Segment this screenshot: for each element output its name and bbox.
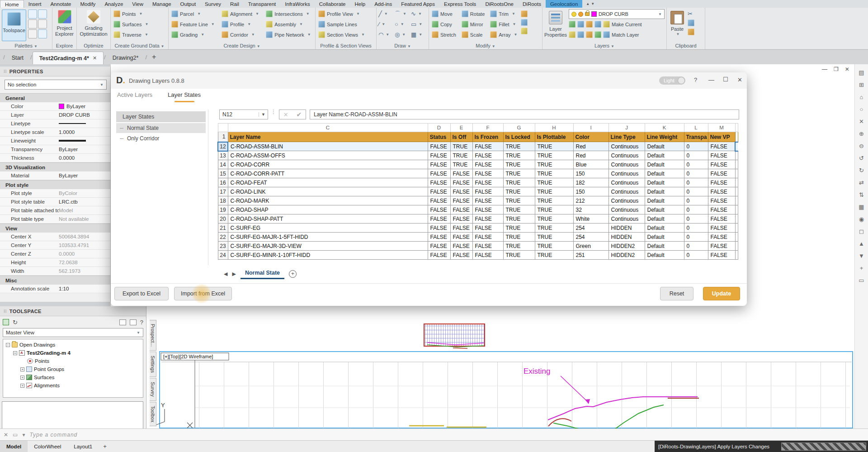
pane-toggle-icon[interactable] bbox=[130, 319, 137, 325]
cell[interactable]: C-ROAD-LINK bbox=[228, 187, 428, 196]
cell[interactable]: C-ROAD-SHAP-PATT bbox=[228, 214, 428, 224]
tree-item-point-groups[interactable]: +Point Groups bbox=[3, 365, 143, 373]
palette-grip[interactable]: ⁞⁞ bbox=[4, 309, 7, 314]
grading-optimization-button[interactable]: Grading Optimization bbox=[77, 8, 110, 39]
menu-tab-geolocation[interactable]: Geolocation bbox=[546, 0, 582, 8]
cell[interactable]: FALSE bbox=[472, 224, 503, 233]
nav-tool-icon[interactable]: ⇅ bbox=[858, 191, 866, 199]
column-header-status[interactable]: Status bbox=[428, 132, 450, 142]
cell[interactable]: TRUE bbox=[503, 160, 535, 169]
section-header-3d-visualization[interactable]: 3D Visualization bbox=[0, 162, 110, 171]
cell[interactable]: TRUE bbox=[503, 214, 535, 224]
cell[interactable]: Default bbox=[645, 214, 684, 224]
file-tab-drawing2[interactable]: Drawing2* bbox=[106, 52, 145, 64]
property-value[interactable]: 1:10 bbox=[59, 286, 110, 291]
sheet-next-icon[interactable]: ▶ bbox=[232, 271, 236, 277]
row-number[interactable]: 15 bbox=[218, 169, 228, 178]
tree-expander-icon[interactable]: + bbox=[20, 384, 24, 388]
cell[interactable]: 0 bbox=[684, 242, 708, 251]
customize-command-icon[interactable]: ▭ bbox=[13, 432, 18, 438]
side-tab-survey[interactable]: Survey bbox=[150, 378, 156, 401]
cell[interactable] bbox=[735, 178, 738, 187]
tool-sample-lines[interactable]: Sample Lines bbox=[316, 19, 376, 29]
cell[interactable]: FALSE bbox=[472, 178, 503, 187]
nav-tool-icon[interactable]: ⊖ bbox=[858, 142, 866, 150]
cell[interactable]: Continuous bbox=[609, 160, 645, 169]
column-header-layer-name[interactable]: Layer Name bbox=[228, 132, 428, 142]
cell[interactable]: FALSE bbox=[472, 205, 503, 214]
row-number[interactable]: 21 bbox=[218, 224, 228, 233]
drawing-close-icon[interactable]: ✕ bbox=[845, 66, 849, 72]
reset-button[interactable]: Reset bbox=[660, 287, 693, 300]
modify-extra-icon[interactable] bbox=[521, 10, 528, 17]
command-line[interactable]: ✕ ▭ ▾ Type a command bbox=[0, 428, 868, 440]
cell[interactable]: Continuous bbox=[609, 205, 645, 214]
ribbon-collapse-control[interactable]: ▲▼ bbox=[582, 0, 598, 8]
cell[interactable] bbox=[735, 214, 738, 224]
file-tab-start[interactable]: Start bbox=[5, 52, 30, 64]
draw-tool-icon[interactable]: ○▼ bbox=[395, 19, 411, 29]
column-letter[interactable]: D bbox=[428, 124, 450, 132]
cell[interactable]: Default bbox=[645, 242, 684, 251]
menu-tab-dirootsone[interactable]: DiRootsOne bbox=[481, 0, 518, 8]
dialog-tab-active-layers[interactable]: Active Layers bbox=[117, 89, 152, 103]
cell[interactable]: Default bbox=[645, 142, 684, 151]
cell[interactable]: TRUE bbox=[503, 169, 535, 178]
project-explorer-button[interactable]: Project Explorer bbox=[52, 8, 76, 39]
dialog-tab-layer-states[interactable]: Layer States bbox=[168, 89, 201, 103]
cell[interactable]: C-ROAD-CORR-PATT bbox=[228, 169, 428, 178]
layer-properties-button[interactable]: Layer Properties bbox=[542, 9, 569, 40]
tool-stretch[interactable]: Stretch bbox=[429, 29, 459, 40]
cell[interactable]: C-SURF-EG-MAJR-3D-VIEW bbox=[228, 242, 428, 251]
nav-tool-icon[interactable]: ↺ bbox=[858, 154, 866, 162]
nav-tool-icon[interactable]: ▼ bbox=[858, 252, 866, 260]
cell[interactable]: FALSE bbox=[708, 233, 735, 242]
menu-tab-express-tools[interactable]: Express Tools bbox=[439, 0, 481, 8]
cell[interactable]: TRUE bbox=[503, 205, 535, 214]
tool-corridor[interactable]: Corridor▼ bbox=[219, 29, 263, 40]
cell[interactable] bbox=[735, 160, 738, 169]
property-value[interactable]: 562.1973 bbox=[59, 268, 110, 274]
cell[interactable]: TRUE bbox=[503, 187, 535, 196]
cell[interactable]: TRUE bbox=[535, 205, 573, 214]
menu-tab-rail[interactable]: Rail bbox=[226, 0, 244, 8]
tool-parcel[interactable]: Parcel▼ bbox=[169, 9, 219, 19]
match-layer-button[interactable]: Match Layer bbox=[612, 32, 639, 38]
row-number[interactable]: 19 bbox=[218, 205, 228, 214]
panel-label-palettes[interactable]: Palettes▼ bbox=[0, 43, 52, 48]
sheet-tab-normal-state[interactable]: Normal State bbox=[241, 269, 284, 279]
cell[interactable]: FALSE bbox=[708, 178, 735, 187]
side-tab-settings[interactable]: Settings bbox=[150, 352, 156, 377]
cell[interactable]: 0 bbox=[684, 169, 708, 178]
menu-tab-insert[interactable]: Insert bbox=[24, 0, 46, 8]
drawing-minimize-icon[interactable]: — bbox=[822, 66, 827, 72]
layer-tool-icon[interactable] bbox=[586, 31, 593, 38]
cell[interactable]: FALSE bbox=[428, 196, 450, 205]
cell[interactable]: FALSE bbox=[708, 151, 735, 160]
cell[interactable]: Default bbox=[645, 224, 684, 233]
nav-tool-icon[interactable]: ⇄ bbox=[858, 179, 866, 187]
tree-item-test2grading-m-4[interactable]: −Test2Grading-m 4 bbox=[3, 349, 143, 357]
nav-tool-icon[interactable]: ↻ bbox=[858, 167, 866, 175]
side-tab-toolbox[interactable]: Toolbox bbox=[150, 402, 156, 426]
cell[interactable]: C-SURF-EG-MAJR-1-5FT-HIDD bbox=[228, 233, 428, 242]
cell[interactable]: 32 bbox=[573, 205, 609, 214]
column-header-new-vp[interactable]: New VP bbox=[708, 132, 735, 142]
cell[interactable]: 212 bbox=[573, 196, 609, 205]
formula-bar[interactable]: Layer Name:C-ROAD-ASSM-BLIN bbox=[310, 109, 739, 119]
cell[interactable]: FALSE bbox=[428, 224, 450, 233]
tool-fillet[interactable]: Fillet▼ bbox=[487, 19, 520, 29]
cell[interactable]: FALSE bbox=[472, 160, 503, 169]
cell[interactable]: 0 bbox=[684, 205, 708, 214]
cell[interactable]: FALSE bbox=[472, 233, 503, 242]
view-selector-dropdown[interactable]: Master View▼ bbox=[3, 328, 143, 337]
tool-traverse[interactable]: Traverse▼ bbox=[111, 29, 168, 40]
selection-dropdown[interactable]: No selection▼ bbox=[5, 80, 107, 90]
nav-tool-icon[interactable]: ◉ bbox=[858, 215, 866, 224]
menu-tab-annotate[interactable]: Annotate bbox=[46, 0, 75, 8]
cell[interactable]: White bbox=[573, 214, 609, 224]
cell[interactable]: TRUE bbox=[535, 169, 573, 178]
panel-label-ground[interactable]: Create Ground Data▼ bbox=[111, 43, 168, 48]
menu-tab-diroots[interactable]: DiRoots bbox=[518, 0, 546, 8]
cell[interactable]: TRUE bbox=[503, 242, 535, 251]
